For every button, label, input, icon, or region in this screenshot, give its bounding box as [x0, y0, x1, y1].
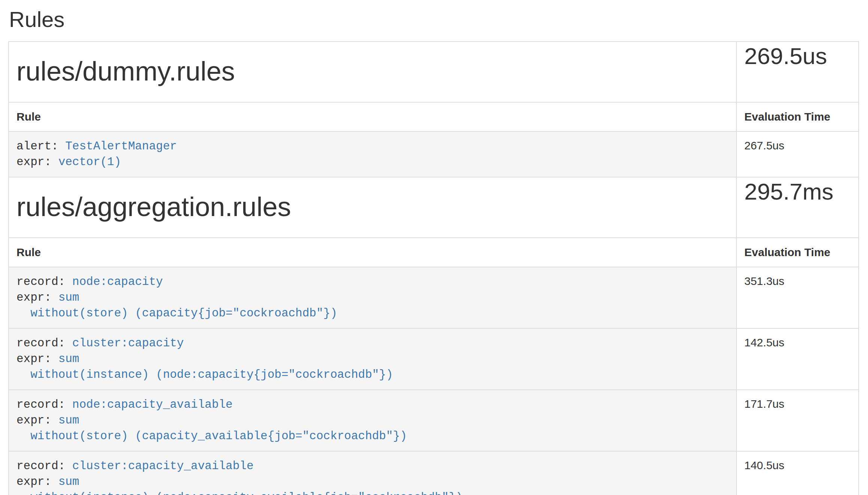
- rule-definition-cell: record: node:capacity_available expr: su…: [9, 390, 736, 451]
- rule-column-header: Rule: [9, 238, 736, 267]
- expr-label: expr:: [16, 155, 58, 168]
- rule-type-label: record:: [16, 459, 72, 473]
- rules-page: Rules rules/dummy.rules 269.5us Rule Eva…: [0, 7, 868, 495]
- rule-evaluation-time: 267.5us: [736, 131, 859, 177]
- rule-definition-cell: record: node:capacity expr: sum without(…: [9, 267, 736, 328]
- rule-row: record: node:capacity expr: sum without(…: [9, 267, 859, 328]
- page-title: Rules: [9, 7, 858, 31]
- rule-type-label: alert:: [16, 140, 65, 153]
- rule-code: record: node:capacity_available expr: su…: [16, 397, 729, 444]
- rule-group-evaluation-time-cell: 269.5us: [736, 42, 859, 102]
- rule-evaluation-time: 171.7us: [736, 390, 859, 451]
- rule-row: alert: TestAlertManager expr: vector(1) …: [9, 131, 859, 177]
- rule-code: alert: TestAlertManager expr: vector(1): [16, 139, 729, 170]
- rule-code: record: cluster:capacity_available expr:…: [16, 458, 729, 495]
- rule-name-link[interactable]: node:capacity: [72, 275, 163, 288]
- evaluation-time-column-header: Evaluation Time: [736, 102, 859, 131]
- rule-name-link[interactable]: cluster:capacity: [72, 337, 184, 350]
- rule-type-label: record:: [16, 337, 72, 350]
- column-header-row: Rule Evaluation Time: [9, 238, 859, 267]
- rule-group-evaluation-time: 269.5us: [744, 43, 827, 69]
- rule-code: record: cluster:capacity expr: sum witho…: [16, 335, 729, 383]
- rule-definition-cell: record: cluster:capacity expr: sum witho…: [9, 328, 736, 390]
- expr-label: expr:: [16, 291, 58, 304]
- rule-type-label: record:: [16, 398, 72, 411]
- rule-group-name: rules/dummy.rules: [16, 52, 729, 90]
- rule-row: record: cluster:capacity expr: sum witho…: [9, 328, 859, 390]
- rule-row: record: node:capacity_available expr: su…: [9, 390, 859, 451]
- rule-group-row: rules/dummy.rules 269.5us: [9, 42, 859, 102]
- rule-expr-link[interactable]: vector(1): [58, 155, 121, 168]
- rule-definition-cell: record: cluster:capacity_available expr:…: [9, 451, 736, 495]
- rule-expr-link[interactable]: sum without(store) (capacity{job="cockro…: [16, 291, 337, 320]
- rule-expr-link[interactable]: sum without(store) (capacity_available{j…: [16, 414, 407, 443]
- rule-group-evaluation-time-cell: 295.7ms: [736, 177, 859, 238]
- rule-name-link[interactable]: node:capacity_available: [72, 398, 233, 411]
- rule-evaluation-time: 142.5us: [736, 328, 859, 390]
- rule-type-label: record:: [16, 275, 72, 288]
- expr-label: expr:: [16, 475, 58, 488]
- rule-evaluation-time: 351.3us: [736, 267, 859, 328]
- evaluation-time-column-header: Evaluation Time: [736, 238, 859, 267]
- rule-row: record: cluster:capacity_available expr:…: [9, 451, 859, 495]
- rules-table: rules/dummy.rules 269.5us Rule Evaluatio…: [8, 41, 859, 495]
- rule-evaluation-time: 140.5us: [736, 451, 859, 495]
- rule-code: record: node:capacity expr: sum without(…: [16, 274, 729, 321]
- rule-group-name: rules/aggregation.rules: [16, 188, 729, 225]
- rule-group-evaluation-time: 295.7ms: [744, 179, 834, 204]
- expr-label: expr:: [16, 414, 58, 427]
- rule-group-row: rules/aggregation.rules 295.7ms: [9, 177, 859, 238]
- rule-group-name-cell: rules/dummy.rules: [9, 42, 736, 102]
- rule-group-name-cell: rules/aggregation.rules: [9, 177, 736, 238]
- rule-name-link[interactable]: cluster:capacity_available: [72, 459, 254, 473]
- expr-label: expr:: [16, 352, 58, 365]
- column-header-row: Rule Evaluation Time: [9, 102, 859, 131]
- rule-column-header: Rule: [9, 102, 736, 131]
- rule-definition-cell: alert: TestAlertManager expr: vector(1): [9, 131, 736, 177]
- rule-expr-link[interactable]: sum without(instance) (node:capacity{job…: [16, 352, 393, 381]
- rule-name-link[interactable]: TestAlertManager: [65, 140, 177, 153]
- rule-expr-link[interactable]: sum without(instance) (node:capacity_ava…: [16, 475, 463, 495]
